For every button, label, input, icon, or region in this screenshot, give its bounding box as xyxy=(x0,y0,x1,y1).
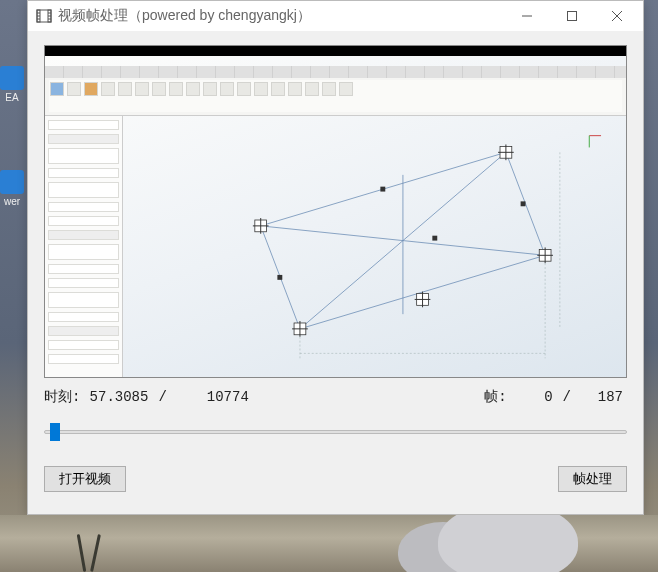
frame-image xyxy=(45,56,626,377)
svg-rect-37 xyxy=(521,201,526,206)
time-value: 57.3085 xyxy=(80,389,152,405)
time-label: 时刻: xyxy=(44,388,80,406)
close-button[interactable] xyxy=(594,2,639,30)
app-icon xyxy=(0,170,24,194)
video-preview xyxy=(44,45,627,378)
app-icon xyxy=(0,66,24,90)
desktop-wallpaper-foreground xyxy=(0,515,658,572)
desktop-shortcut-2[interactable]: wer xyxy=(0,170,24,207)
svg-rect-38 xyxy=(277,275,282,280)
cad-ribbon xyxy=(45,66,626,116)
preview-letterbox xyxy=(45,46,626,56)
separator: / xyxy=(557,389,577,405)
time-total: 10774 xyxy=(173,389,253,405)
frame-label: 帧: xyxy=(484,388,506,406)
cad-feature-tree xyxy=(45,116,123,377)
maximize-button[interactable] xyxy=(549,2,594,30)
cad-drawing-area xyxy=(125,118,622,373)
frame-slider[interactable] xyxy=(44,420,627,444)
window-content: 时刻: 57.3085 / 10774 帧: 0 / 187 打开视频 帧处理 xyxy=(28,31,643,514)
svg-rect-10 xyxy=(567,12,576,21)
svg-rect-39 xyxy=(432,236,437,241)
window-title: 视频帧处理（powered by chengyangkj） xyxy=(58,7,504,25)
frame-value: 0 xyxy=(507,389,557,405)
open-video-button[interactable]: 打开视频 xyxy=(44,466,126,492)
separator: / xyxy=(152,389,172,405)
main-window: 视频帧处理（powered by chengyangkj） xyxy=(27,0,644,515)
desktop-shortcut-label: EA xyxy=(0,92,24,103)
status-row: 时刻: 57.3085 / 10774 帧: 0 / 187 xyxy=(44,388,627,406)
slider-thumb[interactable] xyxy=(50,423,60,441)
process-frame-button[interactable]: 帧处理 xyxy=(558,466,627,492)
titlebar[interactable]: 视频帧处理（powered by chengyangkj） xyxy=(28,1,643,31)
svg-rect-36 xyxy=(380,187,385,192)
desktop-shortcut-1[interactable]: EA xyxy=(0,66,24,103)
frame-total: 187 xyxy=(577,389,627,405)
film-icon xyxy=(36,8,52,24)
minimize-button[interactable] xyxy=(504,2,549,30)
slider-track xyxy=(44,430,627,434)
desktop-shortcut-label: wer xyxy=(0,196,24,207)
